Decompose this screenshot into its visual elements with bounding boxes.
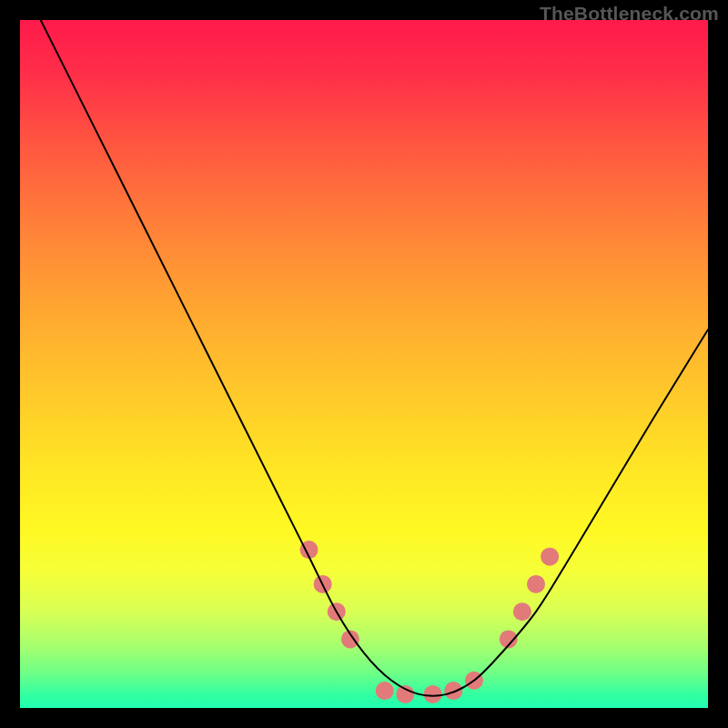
- curve-layer: [20, 20, 708, 708]
- marker-dot: [376, 682, 394, 700]
- bottleneck-curve: [41, 20, 708, 696]
- marker-dot: [541, 548, 559, 566]
- marker-dot: [424, 685, 442, 703]
- marker-dots: [300, 541, 560, 703]
- marker-dot: [444, 682, 462, 700]
- marker-dot: [527, 575, 545, 593]
- marker-dot: [396, 685, 414, 703]
- watermark-text: TheBottleneck.com: [540, 3, 719, 25]
- marker-dot: [513, 602, 531, 621]
- plot-area: [20, 20, 708, 708]
- chart-frame: TheBottleneck.com: [0, 0, 728, 728]
